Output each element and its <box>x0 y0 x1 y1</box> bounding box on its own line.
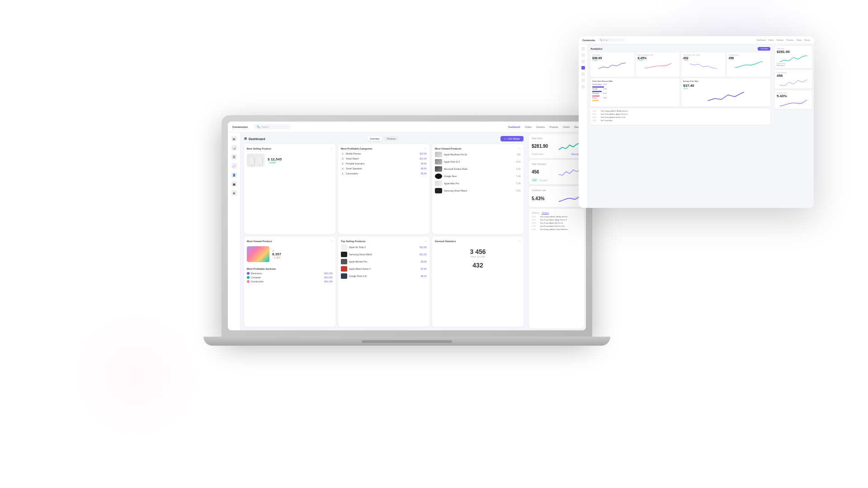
overlay-sidebar-icon-7[interactable] <box>581 85 585 89</box>
top-product-name-5: Google Pixel 4 XL <box>349 275 419 277</box>
widget-categories-menu[interactable]: ··· <box>424 147 427 150</box>
overlay-widget-avg-order: Average Order Value $37.40 +9.7% <box>681 79 770 107</box>
overlay-right-value-3: 5.43% <box>777 94 810 98</box>
add-widget-button[interactable]: + + Add Widget <box>500 136 524 141</box>
tab-overview[interactable]: Overview <box>368 136 382 141</box>
activity-time-1: 11:52 <box>532 216 539 218</box>
total-orders-text: 8 total orders <box>532 153 543 155</box>
search-icon: 🔍 <box>257 125 260 128</box>
sidebar-icon-list[interactable]: ☰ <box>231 154 237 160</box>
discount-item-united-states: United States 6.6% <box>592 84 607 85</box>
nav-link-orders[interactable]: Orders <box>525 126 532 128</box>
nav-link-sections[interactable]: Sections <box>536 126 545 128</box>
overlay-sidebar-icon-6[interactable] <box>581 79 585 82</box>
overlay-activity: 11:52 New Category Added «Mobile phones»… <box>590 108 770 125</box>
widget-viewed-products-title: Most Viewed Products <box>435 147 462 150</box>
widget-general-stats-menu[interactable]: ··· <box>518 239 521 243</box>
overlay-right-value-2: 456 <box>777 74 810 78</box>
section-val-3: $56.23K <box>324 280 333 283</box>
overlay-link-sections[interactable]: Sections <box>777 39 783 41</box>
customer-rate-row: 5.43% <box>532 192 581 204</box>
overlay-link-clients[interactable]: Clients <box>796 39 802 41</box>
nav-logo: Constructor <box>232 126 248 128</box>
discount-label-ca: Canada <box>592 88 602 90</box>
product-info: $ 12,545 ↑ 3.54% <box>268 157 282 164</box>
overlay-stat-value-4: 456 <box>729 56 769 60</box>
gradient-orb-2 <box>68 307 203 443</box>
overlay-stat-online-views: Total Online Store Views 452 ↓ 9.6% <box>681 52 725 77</box>
overlay-sidebar-icon-3[interactable] <box>581 60 585 63</box>
discount-bars: United States 6.6% Canada 5.6% <box>592 84 678 102</box>
nav-link-products[interactable]: Products <box>549 126 558 128</box>
mvp-image <box>247 246 269 262</box>
overlay-widget-discount-title: Online Store Discount Rate <box>592 80 678 82</box>
search-bar[interactable]: 🔍 Search <box>254 124 290 129</box>
category-value-3: $9.9K <box>421 162 427 165</box>
top-product-val-1: $12.5K <box>420 246 427 249</box>
overlay-right-total-sales: Total Sales $281.90 8 total orders View … <box>775 46 812 68</box>
total-sales-footer: 8 total orders View report <box>532 153 581 155</box>
widget-best-selling-menu[interactable]: ··· <box>330 147 333 150</box>
overlay-search-icon: 🔍 <box>600 39 602 41</box>
category-item-4: 4 Smart Speakers $8.4K <box>341 167 427 170</box>
nav-link-dashboard[interactable]: Dashboard <box>509 126 520 128</box>
visitors-text: 6 visitors <box>539 179 547 182</box>
sections-header: Most Profitable Sections <box>247 267 333 270</box>
sidebar-icon-analytics[interactable]: 📈 <box>231 163 237 169</box>
viewed-img-watch <box>435 188 442 193</box>
orders-tab[interactable]: Orders <box>542 211 548 215</box>
section-name-2: Computer <box>251 276 323 279</box>
overlay-sidebar-icon-1[interactable] <box>581 47 585 51</box>
sidebar-icon-grid[interactable]: ⊞ <box>231 136 237 141</box>
total-sales-label: Total Sales <box>532 137 581 140</box>
widget-top-selling-menu[interactable]: ··· <box>424 239 427 243</box>
overlay-right-customer-rate: Customer rate 5.43% <box>775 90 812 109</box>
section-val-2: $60.45K <box>324 276 333 279</box>
overlay-right-link-1[interactable]: View report <box>777 65 810 66</box>
discount-val-ca: 5.6% <box>603 88 607 90</box>
tab-products[interactable]: Products <box>384 136 398 141</box>
viewed-name-5: Apple iMac Pro <box>444 182 514 185</box>
overlay-sidebar-icon-2[interactable] <box>581 53 585 57</box>
overlay-stat-value-1: $98.99 <box>592 56 632 60</box>
dash-title: ⊞ Dashboard <box>244 137 265 141</box>
sidebar-icon-chart[interactable]: 📊 <box>231 145 237 150</box>
viewed-item-1: Apple MacBook Pro 16 10K <box>435 152 521 157</box>
widget-best-selling-header: Best Selling Product ··· <box>247 147 333 150</box>
overlay-link-recent[interactable]: Recent <box>804 39 810 41</box>
overlay-add-btn[interactable]: + Add Widget <box>758 47 770 51</box>
items-on-sale-label: Items On Sale <box>435 255 521 258</box>
widget-best-selling-title: Best Selling Product <box>247 147 271 150</box>
mvp-change: ↓ 1.22% <box>272 256 281 259</box>
category-num-1: 1 <box>341 152 344 155</box>
mvp-views: 8.357 <box>272 252 281 256</box>
laptop-base <box>203 337 610 346</box>
viewed-count-5: 6.3K <box>516 182 521 185</box>
overlay-sidebar-icon-4[interactable] <box>581 66 585 70</box>
actions-tab[interactable]: Actions <box>532 211 539 215</box>
overlay-link-orders[interactable]: Orders <box>769 39 774 41</box>
widget-categories-header: Most Profitable Categories ··· <box>341 147 427 150</box>
discount-item-canada: Canada 5.6% <box>592 88 607 90</box>
widget-viewed-products-menu[interactable]: ··· <box>518 147 521 150</box>
overlay-header: Analytics + Add Widget <box>590 47 770 51</box>
top-product-val-2: $11.3K <box>420 253 427 256</box>
widget-categories-title: Most Profitable Categories <box>341 147 373 150</box>
nav-link-clients[interactable]: Clients <box>563 126 570 128</box>
top-product-val-5: $6.2K <box>421 275 427 277</box>
sidebar-icon-users[interactable]: 👤 <box>231 172 237 178</box>
overlay-sidebar-icon-5[interactable] <box>581 72 585 76</box>
dashboard-ui: Constructor 🔍 Search Dashboard Orders Se… <box>228 122 586 330</box>
overlay-stats-row: Total Sales $98.99 ↑ 5.4% Recent Custome… <box>590 52 770 77</box>
mvp-display: 👁 8.357 ↓ 1.22% <box>247 244 333 264</box>
overlay-link-dashboard[interactable]: Dashboard <box>757 39 766 41</box>
sidebar-icon-settings[interactable]: ⚙ <box>231 190 237 196</box>
activity-item-4: 11:53 New Product Added iPad Pro 12.9+ <box>532 225 581 227</box>
widget-top-selling: Top Selling Products ··· Apple Air Pods … <box>338 237 429 327</box>
widget-mvp-menu[interactable]: ··· <box>330 239 333 243</box>
overlay-link-products[interactable]: Products <box>786 39 793 41</box>
overlay-search[interactable]: 🔍 Search <box>598 38 625 42</box>
category-value-4: $8.4K <box>421 167 427 170</box>
viewed-name-2: Apple iPad 10.2 <box>444 160 514 163</box>
sidebar-icon-bar[interactable]: ▦ <box>231 181 237 187</box>
